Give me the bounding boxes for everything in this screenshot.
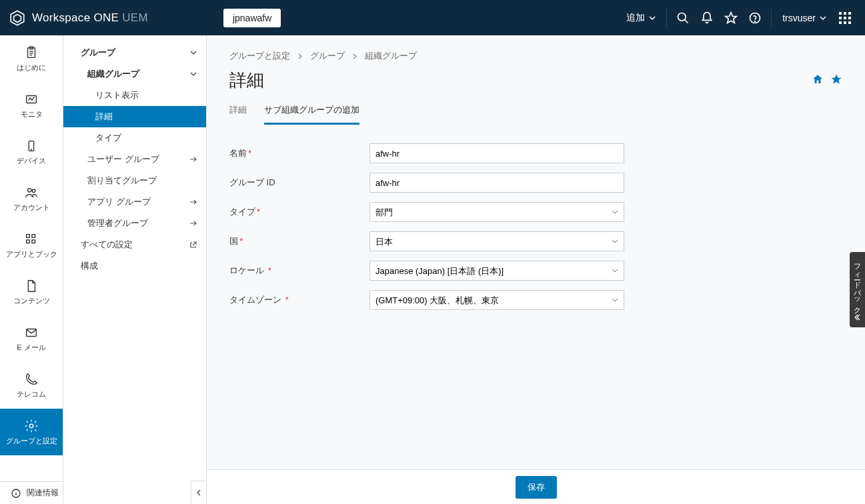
star-icon[interactable]	[719, 6, 743, 30]
subnav-groups[interactable]: グループ	[63, 42, 206, 63]
svg-point-8	[28, 188, 32, 192]
subnav-list-view[interactable]: リスト表示	[63, 85, 206, 106]
primary-nav: はじめに モニタ デバイス アカウント アプリとブック コンテンツ E メール	[0, 35, 63, 504]
nav-accounts[interactable]: アカウント	[0, 175, 63, 222]
subnav-all-settings[interactable]: すべての設定	[63, 234, 206, 255]
top-header: Workspace ONE UEM jpnawafw 追加 trsvuser	[0, 0, 865, 35]
locale-select[interactable]: Japanese (Japan) [日本語 (日本)]	[369, 261, 624, 281]
subnav-admin-groups[interactable]: 管理者グループ	[63, 213, 206, 234]
info-icon	[11, 488, 21, 499]
svg-point-7	[31, 149, 32, 150]
clipboard-icon	[24, 45, 39, 60]
name-input[interactable]	[369, 143, 624, 163]
svg-point-15	[29, 424, 33, 428]
arrow-right-icon	[187, 217, 199, 229]
accounts-icon	[24, 185, 39, 200]
document-icon	[24, 279, 39, 293]
collapse-panel-icon[interactable]	[191, 481, 207, 504]
svg-point-2	[755, 21, 756, 21]
monitor-icon	[24, 92, 39, 107]
nav-apps-books[interactable]: アプリとブック	[0, 222, 63, 269]
nav-monitor[interactable]: モニタ	[0, 82, 63, 129]
nav-getting-started[interactable]: はじめに	[0, 35, 63, 82]
save-button[interactable]: 保存	[516, 476, 557, 499]
timezone-label: タイムゾーン *	[229, 294, 369, 306]
subnav-user-groups[interactable]: ユーザー グループ	[63, 149, 206, 170]
nav-email[interactable]: E メール	[0, 315, 63, 362]
country-select[interactable]: 日本	[369, 231, 624, 251]
tab-details[interactable]: 詳細	[229, 104, 247, 125]
star-filled-icon[interactable]	[830, 73, 842, 88]
chevron-down-icon	[649, 16, 656, 20]
search-icon[interactable]	[671, 6, 695, 30]
phone-icon	[24, 372, 39, 387]
product-name: Workspace ONE UEM	[32, 11, 148, 25]
svg-rect-10	[27, 234, 30, 237]
tabs: 詳細 サブ組織グループの追加	[207, 92, 865, 125]
user-dropdown[interactable]: trsvuser	[782, 13, 826, 23]
nav-devices[interactable]: デバイス	[0, 129, 63, 175]
chevron-down-icon	[187, 68, 199, 80]
subnav-org-groups[interactable]: 組織グループ	[63, 63, 206, 85]
nav-content[interactable]: コンテンツ	[0, 269, 63, 315]
arrow-right-icon	[187, 196, 199, 208]
chevron-down-icon	[820, 16, 826, 20]
svg-point-9	[32, 189, 35, 192]
svg-rect-14	[27, 329, 37, 336]
email-icon	[24, 325, 39, 340]
subnav-assignment-groups[interactable]: 割り当てグループ	[63, 170, 206, 191]
subnav-type[interactable]: タイプ	[63, 127, 206, 149]
type-select[interactable]: 部門	[369, 202, 624, 222]
page-title: 詳細	[229, 69, 264, 92]
footer-bar: 保存	[207, 469, 865, 504]
secondary-nav: グループ 組織グループ リスト表示 詳細 タイプ ユーザー グループ 割り当てグ…	[63, 35, 207, 504]
nav-telecom[interactable]: テレコム	[0, 362, 63, 409]
gear-icon	[24, 419, 39, 433]
breadcrumb-current: 組織グループ	[365, 50, 417, 62]
subnav-app-groups[interactable]: アプリ グループ	[63, 191, 206, 213]
home-icon[interactable]	[812, 73, 824, 88]
timezone-select[interactable]: (GMT+09:00) 大阪、札幌、東京	[369, 290, 624, 310]
arrow-right-icon	[187, 153, 199, 165]
main-content: グループと設定 グループ 組織グループ 詳細 詳細 サブ組織グループの追加 名前…	[207, 35, 865, 504]
tab-add-child-og[interactable]: サブ組織グループの追加	[264, 104, 359, 125]
group-id-input[interactable]	[369, 173, 624, 193]
form: 名前* グループ ID タイプ* 部門 国* 日本 ロケール * Japanes…	[207, 125, 865, 338]
apps-grid-icon[interactable]	[833, 6, 857, 30]
breadcrumb-link[interactable]: グループと設定	[229, 50, 290, 62]
chevron-left-double-icon	[854, 314, 861, 321]
add-dropdown[interactable]: 追加	[620, 8, 662, 28]
device-icon	[24, 139, 39, 153]
breadcrumb-link[interactable]: グループ	[310, 50, 345, 62]
hexagon-logo-icon	[8, 9, 27, 27]
help-icon[interactable]	[743, 6, 767, 30]
divider	[771, 9, 772, 27]
svg-rect-11	[32, 234, 35, 237]
country-label: 国*	[229, 235, 369, 247]
divider	[666, 9, 667, 27]
chevron-right-icon	[298, 53, 302, 59]
chevron-down-icon	[187, 47, 199, 59]
svg-rect-13	[32, 239, 35, 243]
apps-books-icon	[24, 232, 39, 247]
bell-icon[interactable]	[695, 6, 719, 30]
product-logo: Workspace ONE UEM	[8, 9, 148, 27]
nav-groups-settings[interactable]: グループと設定	[0, 409, 63, 455]
group-id-label: グループ ID	[229, 177, 369, 189]
name-label: 名前*	[229, 147, 369, 159]
nav-about[interactable]: 関連情報	[0, 481, 63, 504]
svg-point-0	[678, 13, 686, 21]
breadcrumb: グループと設定 グループ 組織グループ	[207, 35, 865, 62]
external-link-icon	[187, 239, 199, 251]
subnav-config[interactable]: 構成	[63, 255, 206, 277]
org-selector[interactable]: jpnawafw	[223, 9, 281, 27]
chevron-right-icon	[353, 53, 357, 59]
svg-rect-12	[27, 239, 30, 243]
subnav-details[interactable]: 詳細	[63, 106, 206, 127]
type-label: タイプ*	[229, 206, 369, 218]
feedback-tab[interactable]: フィードバック	[850, 252, 865, 327]
locale-label: ロケール *	[229, 265, 369, 277]
